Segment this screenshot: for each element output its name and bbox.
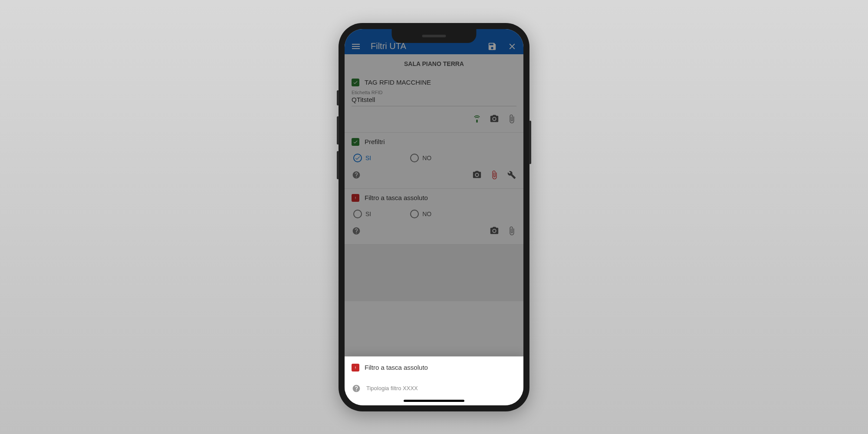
close-icon[interactable] — [507, 41, 517, 52]
phone-volume-down — [337, 151, 339, 179]
location-subtitle: SALA PIANO TERRA — [345, 54, 523, 73]
status-badge-warning-icon — [352, 194, 359, 202]
section-filtro-tasca-title: Filtro a tasca assoluto — [365, 194, 428, 201]
radio-unselected-icon — [410, 210, 419, 218]
camera-icon[interactable] — [490, 226, 499, 236]
help-icon[interactable] — [352, 170, 361, 180]
app-container: Filtri UTA SALA PIANO TERRA — [345, 29, 523, 405]
section-prefiltri: Prefiltri SI NO — [345, 133, 523, 189]
phone-power-button — [529, 121, 531, 164]
radio-yes-label: SI — [365, 210, 371, 217]
status-badge-complete-icon — [352, 79, 359, 86]
content-area: SALA PIANO TERRA TAG RFID MACCHINE Etich… — [345, 54, 523, 405]
sheet-title: Filtro a tasca assoluto — [365, 364, 428, 371]
rfid-scanner-icon[interactable] — [472, 114, 482, 124]
filtro-tasca-icon-row — [352, 223, 516, 239]
radio-unselected-icon — [410, 154, 419, 162]
prefiltri-radio-no[interactable]: NO — [410, 154, 431, 162]
phone-speaker — [422, 35, 446, 37]
radio-unselected-icon — [353, 210, 362, 218]
sheet-help-text: Tipologia filtro XXXX — [366, 385, 418, 391]
help-icon[interactable] — [352, 226, 361, 236]
camera-icon[interactable] — [472, 170, 482, 180]
section-prefiltri-title: Prefiltri — [365, 138, 385, 145]
filtro-tasca-radio-yes[interactable]: SI — [353, 210, 371, 218]
status-badge-complete-icon — [352, 138, 359, 146]
phone-frame: Filtri UTA SALA PIANO TERRA — [339, 23, 529, 411]
filtro-tasca-radio-no[interactable]: NO — [410, 210, 431, 218]
rfid-field-value[interactable]: QTitstell — [352, 96, 516, 106]
camera-icon[interactable] — [490, 114, 499, 124]
help-icon — [352, 384, 361, 393]
status-badge-warning-icon — [352, 364, 359, 372]
attachment-icon[interactable] — [507, 114, 516, 124]
radio-no-label: NO — [422, 210, 431, 217]
build-icon[interactable] — [507, 170, 516, 180]
section-filtro-tasca: Filtro a tasca assoluto SI NO — [345, 189, 523, 245]
prefiltri-icon-row — [352, 167, 516, 183]
prefiltri-radio-row: SI NO — [352, 149, 516, 167]
section-prefiltri-header: Prefiltri — [352, 138, 516, 146]
radio-yes-label: SI — [365, 155, 371, 161]
attachment-icon[interactable] — [507, 226, 516, 236]
section-rfid-header: TAG RFID MACCHINE — [352, 79, 516, 86]
radio-no-label: NO — [422, 155, 431, 161]
menu-icon[interactable] — [351, 41, 361, 52]
prefiltri-radio-yes[interactable]: SI — [353, 154, 371, 162]
section-filtro-tasca-header: Filtro a tasca assoluto — [352, 194, 516, 202]
content-spacer — [345, 245, 523, 301]
sheet-help-row[interactable]: Tipologia filtro XXXX — [352, 384, 516, 393]
phone-mute-switch — [337, 90, 339, 105]
home-indicator[interactable] — [404, 400, 464, 402]
filtro-tasca-radio-row: SI NO — [352, 205, 516, 223]
save-icon[interactable] — [487, 41, 497, 52]
phone-volume-up — [337, 116, 339, 145]
rfid-icon-row — [352, 111, 516, 127]
rfid-field-label: Etichetta RFID — [352, 90, 516, 95]
radio-selected-icon — [353, 154, 362, 162]
phone-notch — [392, 29, 477, 43]
phone-screen: Filtri UTA SALA PIANO TERRA — [345, 29, 523, 405]
bottom-sheet: Filtro a tasca assoluto Tipologia filtro… — [345, 356, 523, 405]
attachment-icon[interactable] — [490, 170, 499, 180]
sheet-header: Filtro a tasca assoluto — [352, 364, 516, 372]
section-rfid-title: TAG RFID MACCHINE — [365, 79, 431, 86]
section-rfid: TAG RFID MACCHINE Etichetta RFID QTitste… — [345, 73, 523, 133]
